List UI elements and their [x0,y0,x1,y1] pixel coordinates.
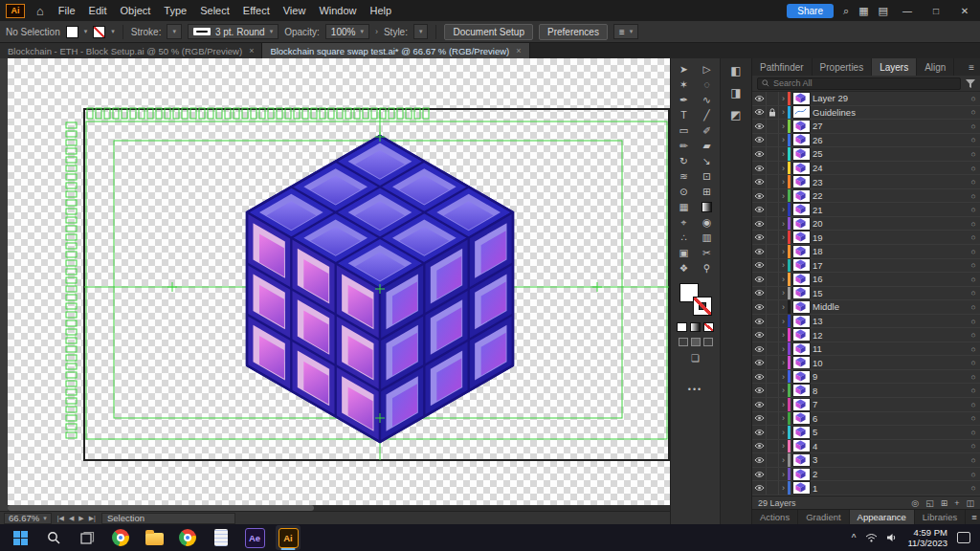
layer-thumbnail[interactable] [793,246,810,257]
lock-toggle-empty[interactable] [767,134,779,147]
layer-target-icon[interactable]: ○ [967,219,980,229]
stroke-caret-icon[interactable]: ▾ [111,28,115,35]
layer-row[interactable]: ›16○ [752,273,980,287]
layer-row[interactable]: ›22○ [752,189,980,204]
disclosure-triangle-icon[interactable]: › [779,260,788,270]
disclosure-triangle-icon[interactable]: › [779,330,788,340]
visibility-eye-icon[interactable] [752,398,767,411]
visibility-eye-icon[interactable] [752,120,767,133]
disclosure-triangle-icon[interactable]: › [779,455,788,465]
menu-file[interactable]: File [52,5,82,16]
layer-thumbnail[interactable] [793,343,810,355]
free-transform-tool[interactable]: ⊡ [696,168,719,184]
tab-close-icon[interactable]: × [249,46,254,55]
layer-thumbnail[interactable] [793,134,810,145]
lock-toggle-empty[interactable] [767,300,779,314]
layer-target-icon[interactable]: ○ [967,288,980,298]
search-input[interactable]: Search All [757,77,961,90]
layer-target-icon[interactable]: ○ [967,400,980,409]
layer-row[interactable]: ›20○ [752,217,980,231]
layer-target-icon[interactable]: ○ [967,247,980,256]
visibility-eye-icon[interactable] [752,259,767,273]
maximize-button[interactable]: □ [926,6,946,16]
disclosure-triangle-icon[interactable]: › [779,400,788,409]
layer-thumbnail[interactable] [793,259,810,271]
panel-menu-icon[interactable]: ≡ [966,510,980,524]
layer-name[interactable]: 15 [813,288,967,298]
close-button[interactable]: ✕ [955,6,974,16]
lasso-tool[interactable]: ◌ [696,77,719,92]
perspective-grid-tool[interactable]: ⊞ [696,184,719,199]
selection-tool[interactable]: ➤ [673,61,696,77]
gradient-tool[interactable] [696,199,719,214]
layer-thumbnail[interactable] [793,371,810,383]
lock-toggle-empty[interactable] [767,384,779,397]
disclosure-triangle-icon[interactable]: › [779,344,788,354]
disclosure-triangle-icon[interactable]: › [779,164,788,173]
tab-close-icon[interactable]: × [516,46,521,55]
zoom-tool[interactable]: ⚲ [696,260,719,276]
visibility-eye-icon[interactable] [752,426,767,439]
layer-row[interactable]: ›7○ [752,398,980,412]
layer-thumbnail[interactable] [793,106,810,118]
menu-object[interactable]: Object [114,5,158,16]
layer-row[interactable]: ›4○ [752,440,980,454]
preferences-button[interactable]: Preferences [539,24,608,40]
stroke-color-swatch[interactable] [693,297,712,316]
layer-target-icon[interactable]: ○ [967,164,980,173]
visibility-eye-icon[interactable] [752,481,767,495]
disclosure-triangle-icon[interactable]: › [779,107,788,117]
disclosure-triangle-icon[interactable]: › [779,386,788,395]
disclosure-triangle-icon[interactable]: › [779,302,788,312]
lock-toggle-empty[interactable] [767,453,779,467]
type-tool[interactable]: T [673,107,696,122]
paintbrush-tool[interactable]: ✐ [696,122,719,138]
disclosure-triangle-icon[interactable]: › [779,94,788,103]
layer-row[interactable]: ›Middle○ [752,300,980,315]
visibility-eye-icon[interactable] [752,370,767,384]
align-options-select[interactable]: ≡▾ [613,24,638,39]
layer-row[interactable]: ›1○ [752,481,980,496]
layer-row[interactable]: ›15○ [752,287,980,301]
layer-thumbnail[interactable] [793,190,810,202]
layer-row[interactable]: ›5○ [752,426,980,440]
column-graph-tool[interactable]: ▥ [696,230,719,245]
locate-object-icon[interactable]: ◎ [911,498,919,508]
tray-chevron-icon[interactable]: ^ [852,533,857,543]
layer-name[interactable]: Layer 29 [813,93,967,103]
layer-target-icon[interactable]: ○ [967,428,980,437]
layer-thumbnail[interactable] [793,121,810,132]
lock-toggle-empty[interactable] [767,412,779,426]
taskbar-document-icon[interactable] [209,525,234,550]
lock-toggle-empty[interactable] [767,342,779,356]
visibility-eye-icon[interactable] [752,217,767,231]
disclosure-triangle-icon[interactable]: › [779,121,788,131]
layer-target-icon[interactable]: ○ [967,260,980,270]
layer-target-icon[interactable]: ○ [967,330,980,340]
lock-toggle-empty[interactable] [767,175,779,188]
panel-tab-gradient[interactable]: Gradient [798,510,849,524]
visibility-eye-icon[interactable] [752,453,767,467]
layer-thumbnail[interactable] [793,148,810,160]
lock-toggle-empty[interactable] [767,481,779,495]
lock-toggle-empty[interactable] [767,259,779,273]
menu-edit[interactable]: Edit [82,5,114,16]
panel-menu-icon[interactable]: ≡ [963,58,980,76]
visibility-eye-icon[interactable] [752,300,767,314]
layer-target-icon[interactable]: ○ [967,177,980,187]
layer-target-icon[interactable]: ○ [967,455,980,465]
visibility-eye-icon[interactable] [752,92,767,105]
layer-name[interactable]: 19 [813,232,967,243]
layer-target-icon[interactable]: ○ [967,149,980,159]
layer-row[interactable]: ›23○ [752,175,980,189]
gradient-button[interactable] [690,322,701,332]
draw-behind-button[interactable] [691,338,701,346]
lock-toggle-empty[interactable] [767,92,779,105]
taskbar-file-explorer-icon[interactable] [142,525,167,550]
edit-toolbar-button[interactable]: ••• [688,385,702,394]
taskbar-illustrator-icon[interactable]: Ai [276,525,301,550]
disclosure-triangle-icon[interactable]: › [779,205,788,214]
layer-thumbnail[interactable] [793,231,810,243]
layer-name[interactable]: 11 [813,343,967,354]
workspace-switcher-icon[interactable]: ▤ [879,5,888,17]
